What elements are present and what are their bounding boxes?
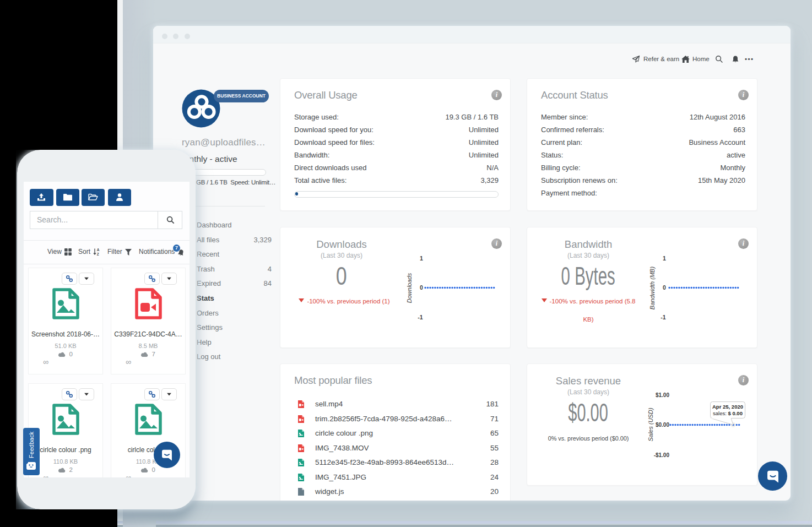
svg-text:0: 0 [663,284,666,291]
svg-text:0: 0 [420,284,423,291]
svg-text:Apr 25, 2020: Apr 25, 2020 [712,404,743,410]
svg-text:1: 1 [663,255,666,262]
svg-text:1: 1 [420,255,423,262]
svg-text:A: A [97,248,100,252]
svg-text:sales: $ 0.00: sales: $ 0.00 [713,410,743,416]
svg-text:-$1.00: -$1.00 [654,452,670,458]
svg-text:-1: -1 [418,314,423,320]
svg-text:$0.00: $0.00 [656,422,669,428]
svg-text:Z: Z [97,252,99,256]
svg-text:$1.00: $1.00 [656,392,669,398]
